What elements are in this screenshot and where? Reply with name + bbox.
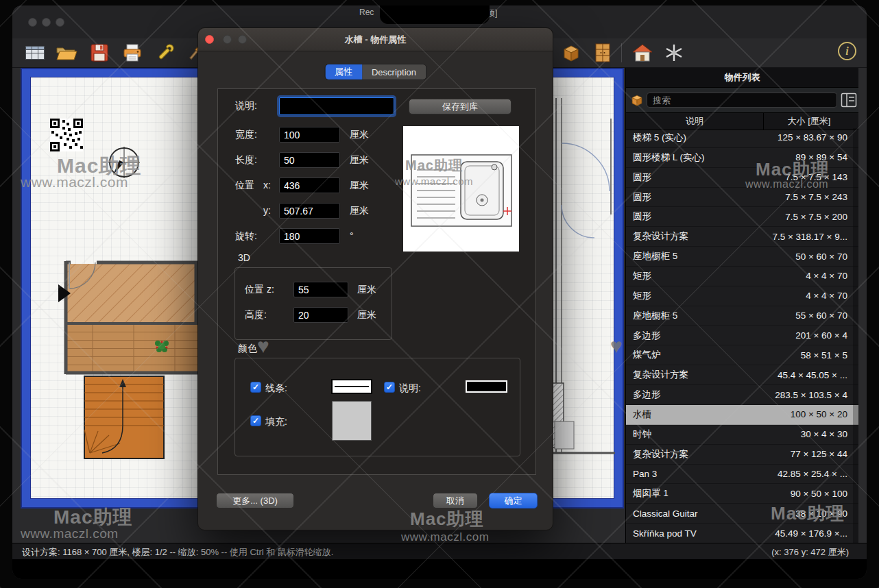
window-minimize-button[interactable]: [42, 18, 51, 27]
table-row[interactable]: 复杂设计方案77 × 125 × 44: [626, 445, 858, 465]
object-size: 30 × 4 × 30: [762, 429, 858, 439]
table-row[interactable]: 座地橱柜 550 × 60 × 70: [626, 247, 858, 267]
object-name: 复杂设计方案: [626, 369, 762, 381]
object-size: 55 × 60 × 70: [762, 310, 858, 321]
width-label: 宽度:: [235, 129, 257, 141]
check-icon: ✓: [252, 416, 259, 426]
cancel-button[interactable]: 取消: [433, 493, 478, 509]
table-row[interactable]: 座地橱柜 555 × 60 × 70: [626, 306, 858, 326]
lines-checkbox[interactable]: ✓: [250, 382, 261, 393]
table-row[interactable]: 水槽100 × 50 × 20: [626, 405, 858, 425]
object-size: 7.5 × 318.17 × 9...: [762, 232, 858, 242]
table-row[interactable]: 烟囱罩 190 × 50 × 100: [626, 484, 858, 504]
ok-button[interactable]: 确定: [489, 493, 538, 509]
table-row[interactable]: 楼梯 5 (实心)125 × 83.67 × 90: [626, 128, 858, 148]
table-row[interactable]: Skříňka pod TV45.49 × 176.9 ×...: [626, 524, 858, 543]
object-size: 38 × 10 × 90: [762, 509, 858, 519]
column-size[interactable]: 大小 [厘米]: [763, 113, 854, 130]
description-color-checkbox[interactable]: ✓: [384, 382, 395, 393]
object-name: 多边形: [626, 330, 762, 342]
object-name: 圆形: [626, 191, 762, 204]
position-x-input[interactable]: [279, 177, 340, 193]
position-y-input[interactable]: [279, 203, 340, 219]
table-row[interactable]: 多边形201 × 60 × 4: [626, 326, 858, 346]
info-icon[interactable]: i: [838, 42, 856, 60]
table-row[interactable]: 煤气炉58 × 51 × 5: [626, 345, 858, 365]
panel-toggle-icon[interactable]: [841, 93, 857, 108]
position-z-input[interactable]: [293, 282, 348, 297]
check-icon: ✓: [252, 382, 259, 392]
width-unit: 厘米: [350, 129, 369, 141]
object-name: 时钟: [626, 428, 762, 441]
group-color: ✓ 线条: ✓ 说明: ✓ 填充:: [234, 358, 520, 456]
table-row[interactable]: 圆形7.5 × 7.5 × 200: [626, 207, 858, 227]
length-input[interactable]: [279, 152, 340, 168]
dialog-minimize-button[interactable]: [223, 35, 232, 44]
table-row[interactable]: 多边形283.5 × 103.5 × 4: [626, 385, 858, 405]
dialog-tabs: 属性 Description: [324, 64, 426, 80]
wrench-icon[interactable]: [154, 41, 177, 64]
object-size: 77 × 125 × 44: [762, 449, 858, 459]
width-input[interactable]: [279, 127, 340, 143]
object-size: 58 × 51 × 5: [762, 350, 858, 360]
cabinet-icon[interactable]: [591, 41, 614, 64]
tab-description[interactable]: Description: [362, 64, 426, 79]
object-size: 100 × 50 × 20: [762, 409, 858, 419]
table-row[interactable]: 矩形4 × 4 × 70: [626, 286, 858, 306]
table-row[interactable]: 圆形7.5 × 7.5 × 143: [626, 168, 858, 188]
table-row[interactable]: 复杂设计方案7.5 × 318.17 × 9...: [626, 227, 858, 247]
table-row[interactable]: Pan 342.85 × 25.4 × ...: [626, 465, 858, 485]
qr-code-watermark: [50, 119, 83, 151]
object-preview: [403, 126, 519, 252]
table-row[interactable]: Classical Guitar38 × 10 × 90: [626, 504, 858, 524]
bottom-bezel-fill: [12, 559, 867, 579]
open-folder-icon[interactable]: [55, 41, 78, 64]
box-icon: [629, 93, 645, 110]
object-name: 煤气炉: [626, 349, 762, 361]
table-row[interactable]: 矩形4 × 4 × 70: [626, 267, 858, 286]
table-row[interactable]: 时钟30 × 4 × 30: [626, 425, 858, 445]
object-name: 矩形: [626, 290, 762, 302]
more-3d-button[interactable]: 更多... (3D): [216, 493, 294, 509]
fill-color-swatch[interactable]: [332, 401, 372, 441]
save-to-library-button[interactable]: 保存到库: [409, 99, 511, 114]
search-input[interactable]: [647, 93, 837, 108]
description-input[interactable]: [279, 97, 394, 115]
print-icon[interactable]: [121, 41, 144, 64]
window-title-fragment-left: Rec: [359, 8, 374, 17]
box-icon[interactable]: [559, 41, 583, 64]
line-color-swatch[interactable]: [331, 379, 372, 394]
scrollbar[interactable]: [853, 128, 858, 543]
object-name: Skříňka pod TV: [626, 528, 762, 539]
camera-notch: [380, 5, 490, 24]
height-input[interactable]: [293, 307, 348, 323]
window-zoom-button[interactable]: [56, 18, 64, 27]
table-icon[interactable]: [23, 41, 47, 64]
group-3d: 位置 z: 厘米 高度: 厘米: [234, 267, 392, 340]
save-icon[interactable]: [88, 41, 111, 64]
table-row[interactable]: 复杂设计方案45.4 × 45.05 × ...: [626, 365, 858, 385]
object-name: 复杂设计方案: [626, 448, 762, 461]
dialog-zoom-button[interactable]: [238, 35, 247, 44]
table-row[interactable]: 圆形7.5 × 7.5 × 243: [626, 188, 858, 208]
object-name: 矩形: [626, 270, 762, 282]
dialog-titlebar: 水槽 - 物件属性: [198, 28, 553, 51]
column-name[interactable]: 说明: [626, 113, 763, 130]
object-name: 座地橱柜 5: [626, 310, 762, 322]
tab-properties[interactable]: 属性: [325, 64, 362, 79]
rotation-input[interactable]: [279, 228, 340, 244]
dialog-close-button[interactable]: [205, 35, 214, 44]
status-coordinates: (x: 376 y: 472 厘米): [771, 546, 849, 559]
check-icon: ✓: [386, 382, 393, 392]
table-row[interactable]: 圆形楼梯 L (实心)89 × 89 × 54: [626, 148, 858, 168]
snowflake-icon[interactable]: [662, 41, 686, 64]
home-icon[interactable]: [631, 41, 654, 64]
object-size: 45.4 × 45.05 × ...: [762, 370, 858, 380]
description-color-swatch[interactable]: [466, 380, 507, 393]
window-close-button[interactable]: [28, 18, 37, 27]
object-name: 圆形楼梯 L (实心): [626, 151, 762, 164]
fill-checkbox[interactable]: ✓: [250, 415, 261, 426]
object-name: 圆形: [626, 171, 762, 184]
object-size: 4 × 4 × 70: [762, 291, 858, 301]
rotation-unit: °: [350, 230, 354, 241]
